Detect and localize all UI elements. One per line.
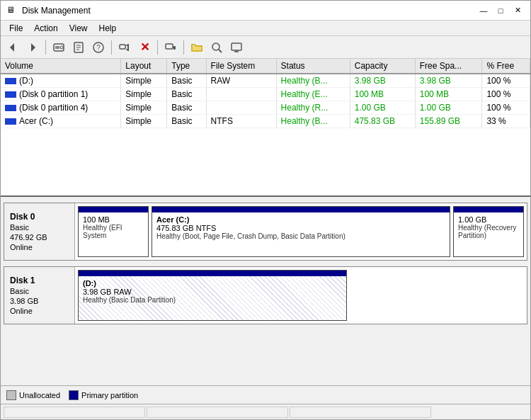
- table-row[interactable]: (Disk 0 partition 4)SimpleBasicHealthy (…: [1, 101, 530, 115]
- col-header-pctfree[interactable]: % Free: [482, 59, 530, 74]
- toolbar-sep-3: [157, 40, 158, 55]
- partition-filesystem: 3.98 GB RAW: [83, 288, 342, 296]
- svg-rect-21: [232, 43, 241, 50]
- unallocated-label: Unallocated: [19, 391, 60, 399]
- col-header-capacity[interactable]: Capacity: [350, 59, 415, 74]
- partition-d-drive[interactable]: (D:)3.98 GB RAWHealthy (Basic Data Parti…: [78, 270, 347, 321]
- disk-map-area: Disk 0 Basic 476.92 GB Online 100 MBHeal…: [1, 197, 530, 385]
- svg-rect-15: [166, 44, 173, 49]
- svg-point-19: [212, 43, 219, 50]
- disk-row: Disk 0 Basic 476.92 GB Online 100 MBHeal…: [4, 203, 527, 261]
- primary-label: Primary partition: [81, 391, 138, 399]
- window-title: Disk Management: [22, 6, 91, 16]
- toolbar-sep-1: [45, 40, 46, 55]
- status-pane: [4, 407, 145, 418]
- status-pane-2: [147, 407, 288, 418]
- table-row[interactable]: Acer (C:)SimpleBasicNTFSHealthy (B...475…: [1, 115, 530, 128]
- menu-bar: File Action View Help: [1, 21, 530, 36]
- col-header-layout[interactable]: Layout: [121, 59, 167, 74]
- table-header-row: Volume Layout Type File System Status Ca…: [1, 59, 530, 74]
- disk-type: Basic: [10, 223, 69, 232]
- partition-name: (D:): [83, 279, 342, 288]
- legend-unallocated: Unallocated: [6, 390, 60, 400]
- app-icon: 🖥: [6, 5, 18, 16]
- display-button[interactable]: [227, 39, 246, 56]
- volume-table: Volume Layout Type File System Status Ca…: [1, 59, 530, 128]
- partition-name: Acer (C:): [156, 215, 445, 224]
- window-controls: — □ ✕: [476, 5, 525, 16]
- disk-mgmt-button[interactable]: [50, 39, 68, 56]
- col-header-volume[interactable]: Volume: [1, 59, 121, 74]
- svg-marker-0: [10, 43, 14, 52]
- disk-size: 3.98 GB: [10, 297, 69, 305]
- legend-primary: Primary partition: [69, 390, 138, 400]
- table-row[interactable]: (Disk 0 partition 1)SimpleBasicHealthy (…: [1, 88, 530, 101]
- partition-status: Healthy (EFI System: [83, 224, 144, 239]
- svg-text:?: ?: [96, 44, 101, 52]
- connect-button[interactable]: [115, 39, 134, 56]
- menu-view[interactable]: View: [64, 22, 93, 35]
- disk-row: Disk 1 Basic 3.98 GB Online (D:)3.98 GB …: [4, 266, 527, 324]
- back-button[interactable]: [4, 39, 22, 56]
- search-button[interactable]: [207, 39, 226, 56]
- unallocated-swatch: [6, 390, 16, 400]
- volume-table-container: Volume Layout Type File System Status Ca…: [1, 59, 530, 197]
- svg-rect-11: [120, 45, 125, 49]
- partition-recovery[interactable]: 1.00 GBHealthy (Recovery Partition): [453, 206, 524, 257]
- partition-acer[interactable]: Acer (C:)475.83 GB NTFSHealthy (Boot, Pa…: [152, 206, 450, 257]
- primary-swatch: [69, 390, 79, 400]
- svg-rect-18: [192, 46, 202, 51]
- status-pane-3: [290, 407, 431, 418]
- partition-status: Healthy (Boot, Page File, Crash Dump, Ba…: [156, 232, 445, 240]
- svg-rect-3: [55, 46, 59, 49]
- menu-action[interactable]: Action: [28, 22, 63, 35]
- disk-partitions: (D:)3.98 GB RAWHealthy (Basic Data Parti…: [75, 267, 527, 324]
- content-area: Volume Layout Type File System Status Ca…: [1, 59, 530, 404]
- minimize-button[interactable]: —: [476, 5, 491, 16]
- toolbar: ? ✕: [1, 36, 530, 59]
- partition-status: Healthy (Recovery Partition): [458, 224, 519, 239]
- col-header-filesystem[interactable]: File System: [206, 59, 276, 74]
- disk-name: Disk 0: [10, 212, 69, 222]
- rescan-button[interactable]: [161, 39, 180, 56]
- menu-file[interactable]: File: [4, 22, 28, 35]
- partition-status: Healthy (Basic Data Partition): [83, 296, 342, 304]
- table-row[interactable]: (D:)SimpleBasicRAWHealthy (B...3.98 GB3.…: [1, 74, 530, 88]
- partition-filesystem: 475.83 GB NTFS: [156, 224, 445, 232]
- partition-size: 1.00 GB: [458, 215, 519, 224]
- disk-size: 476.92 GB: [10, 233, 69, 242]
- disk-type: Basic: [10, 287, 69, 295]
- help-button[interactable]: ?: [89, 39, 108, 56]
- svg-rect-16: [173, 46, 176, 50]
- legend-bar: Unallocated Primary partition: [1, 385, 530, 404]
- svg-marker-1: [31, 43, 35, 52]
- svg-line-20: [219, 50, 222, 52]
- partition-size: 100 MB: [83, 215, 144, 224]
- svg-point-4: [60, 46, 63, 49]
- toolbar-sep-4: [183, 40, 184, 55]
- toolbar-sep-2: [111, 40, 112, 55]
- title-bar-left: 🖥 Disk Management: [6, 5, 91, 16]
- disk-status: Online: [10, 307, 69, 315]
- disk-status: Online: [10, 243, 69, 251]
- status-bar: [1, 404, 530, 419]
- disk-name: Disk 1: [10, 276, 69, 285]
- delete-button[interactable]: ✕: [135, 39, 154, 56]
- menu-help[interactable]: Help: [93, 22, 122, 35]
- main-window: 🖥 Disk Management — □ ✕ File Action View…: [0, 0, 531, 420]
- col-header-type[interactable]: Type: [167, 59, 206, 74]
- col-header-freespace[interactable]: Free Spa...: [415, 59, 482, 74]
- maximize-button[interactable]: □: [493, 5, 508, 16]
- close-button[interactable]: ✕: [510, 5, 525, 16]
- folder-button[interactable]: [188, 39, 206, 56]
- forward-button[interactable]: [23, 39, 42, 56]
- properties-button[interactable]: [69, 39, 88, 56]
- disk-partitions: 100 MBHealthy (EFI SystemAcer (C:)475.83…: [75, 203, 527, 260]
- col-header-status[interactable]: Status: [276, 59, 350, 74]
- title-bar: 🖥 Disk Management — □ ✕: [1, 1, 530, 21]
- partition-efi[interactable]: 100 MBHealthy (EFI System: [78, 206, 149, 257]
